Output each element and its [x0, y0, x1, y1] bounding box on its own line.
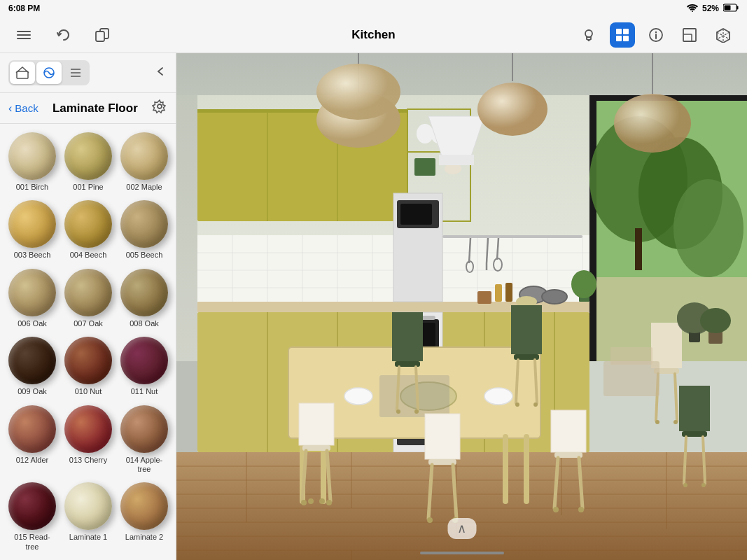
material-ball [120, 269, 168, 316]
svg-rect-88 [400, 204, 432, 225]
svg-rect-8 [96, 31, 104, 41]
material-label: 014 Apple-tree [120, 456, 168, 474]
svg-rect-14 [623, 36, 629, 41]
svg-point-156 [414, 410, 419, 414]
3d-object-button[interactable] [711, 22, 736, 48]
svg-point-119 [477, 83, 547, 136]
material-ball [64, 405, 112, 453]
material-label: 015 Read-tree [8, 533, 56, 551]
list-item[interactable]: 001 Pine [62, 130, 115, 195]
svg-rect-94 [495, 284, 502, 302]
main-layout: ‹ Back Laminate Floor 001 Birch 001 Pine… [0, 53, 747, 560]
list-item[interactable]: 008 Oak [118, 266, 171, 331]
status-time: 6:08 PM [8, 4, 40, 13]
svg-point-155 [396, 410, 400, 414]
material-label: Laminate 2 [125, 533, 163, 542]
room-plan-button[interactable] [677, 22, 702, 48]
material-ball [8, 482, 56, 530]
back-chevron-icon: ‹ [8, 102, 12, 115]
list-item[interactable]: 006 Oak [6, 266, 59, 331]
list-item[interactable]: 007 Oak [62, 266, 115, 331]
svg-rect-96 [477, 291, 491, 304]
svg-point-0 [692, 10, 693, 12]
material-label: 013 Cherry [69, 456, 107, 465]
material-ball [8, 200, 56, 248]
svg-rect-52 [414, 158, 435, 176]
status-icons: 52% [687, 4, 739, 13]
material-ball [8, 269, 56, 316]
wifi-icon [687, 4, 698, 13]
svg-point-117 [316, 64, 400, 120]
back-button[interactable]: ‹ Back [8, 102, 39, 115]
sidebar-tab-bar [0, 53, 176, 93]
material-label: 001 Pine [73, 183, 103, 192]
sidebar: ‹ Back Laminate Floor 001 Birch 001 Pine… [0, 53, 176, 560]
material-label: 007 Oak [74, 319, 103, 328]
list-item[interactable]: 015 Read-tree [6, 479, 59, 554]
material-ball [120, 482, 168, 530]
svg-point-17 [655, 31, 657, 32]
svg-rect-95 [505, 283, 512, 302]
list-item[interactable]: 011 Nut [118, 334, 171, 399]
svg-point-137 [308, 498, 314, 504]
svg-point-149 [553, 507, 559, 512]
svg-point-30 [158, 104, 162, 108]
list-item[interactable]: Laminate 2 [118, 479, 171, 554]
menu-button[interactable] [11, 22, 36, 48]
list-item[interactable]: 002 Maple [118, 130, 171, 195]
material-ball [120, 132, 168, 180]
svg-point-143 [427, 517, 433, 523]
undo-button[interactable] [50, 22, 76, 48]
material-label: 012 Alder [16, 456, 48, 465]
battery-icon [723, 4, 739, 13]
sidebar-tab-group [8, 60, 90, 85]
tab-list[interactable] [63, 62, 88, 84]
scroll-up-indicator[interactable]: ∧ [447, 518, 476, 539]
info-button[interactable] [643, 22, 669, 48]
material-ball [64, 482, 112, 530]
material-ball [8, 132, 56, 180]
svg-rect-2 [737, 6, 739, 10]
list-item[interactable]: 009 Oak [6, 334, 59, 399]
sidebar-collapse-button[interactable] [153, 64, 167, 82]
material-label: Laminate 1 [69, 533, 107, 542]
list-item[interactable]: 001 Birch [6, 130, 59, 195]
list-item[interactable]: 003 Beech [6, 197, 59, 262]
list-item[interactable]: 014 Apple-tree [118, 402, 171, 477]
tab-room[interactable] [10, 62, 35, 84]
toolbar-title: Kitchen [351, 28, 395, 42]
material-label: 006 Oak [18, 319, 47, 328]
battery-label: 52% [702, 4, 719, 13]
tab-materials[interactable] [36, 62, 62, 84]
list-item[interactable]: 012 Alder [6, 402, 59, 477]
svg-point-101 [571, 270, 596, 298]
list-item[interactable]: 005 Beech [118, 197, 171, 262]
svg-rect-131 [299, 403, 334, 445]
material-ball [64, 200, 112, 248]
viewport[interactable]: ∧ [176, 53, 747, 560]
list-item[interactable]: Laminate 1 [62, 479, 115, 554]
copy-button[interactable] [90, 22, 115, 48]
svg-rect-182 [176, 95, 197, 452]
back-label: Back [15, 102, 38, 114]
svg-point-121 [614, 94, 691, 153]
svg-rect-102 [176, 452, 747, 560]
svg-point-167 [655, 420, 659, 424]
svg-point-150 [578, 507, 584, 512]
material-grid: 001 Birch 001 Pine 002 Maple 003 Beech 0… [0, 124, 176, 560]
svg-rect-71 [442, 235, 582, 238]
material-ball [64, 269, 112, 316]
materials-view-button[interactable] [610, 22, 635, 48]
settings-button[interactable] [152, 99, 167, 118]
svg-point-135 [301, 500, 307, 505]
list-item[interactable]: 004 Beech [62, 197, 115, 262]
svg-rect-13 [616, 36, 622, 41]
light-button[interactable] [576, 22, 601, 48]
list-item[interactable]: 010 Nut [62, 334, 115, 399]
home-indicator [420, 552, 504, 554]
svg-point-138 [319, 498, 325, 504]
svg-rect-35 [589, 95, 596, 361]
material-ball [64, 337, 112, 384]
list-item[interactable]: 013 Cherry [62, 402, 115, 477]
material-label: 008 Oak [130, 319, 159, 328]
